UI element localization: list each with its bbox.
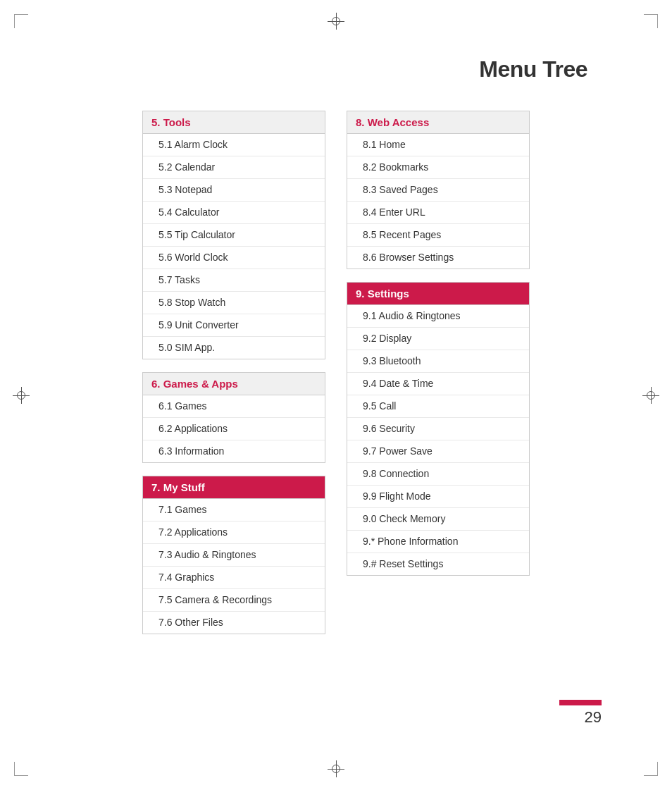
- menu-section-section-5: 5. Tools5.1 Alarm Clock5.2 Calendar5.3 N…: [142, 111, 325, 359]
- section-header-section-9: 9. Settings: [347, 283, 529, 305]
- menu-section-section-9: 9. Settings9.1 Audio & Ringtones9.2 Disp…: [347, 282, 530, 576]
- menu-item-section-5-7: 5.8 Stop Watch: [143, 292, 325, 314]
- menu-item-section-5-9: 5.0 SIM App.: [143, 337, 325, 359]
- section-header-section-7: 7. My Stuff: [143, 476, 325, 499]
- menu-item-section-9-0: 9.1 Audio & Ringtones: [347, 305, 529, 328]
- menu-item-section-9-11: 9.# Reset Settings: [347, 553, 529, 575]
- crosshair-top: [328, 13, 344, 30]
- crosshair-right: [642, 387, 659, 404]
- menu-item-section-8-1: 8.2 Bookmarks: [347, 156, 529, 179]
- menu-section-section-7: 7. My Stuff7.1 Games7.2 Applications7.3 …: [142, 476, 325, 634]
- menu-item-section-6-0: 6.1 Games: [143, 395, 325, 418]
- menu-item-section-5-4: 5.5 Tip Calculator: [143, 224, 325, 247]
- crosshair-left: [13, 387, 30, 404]
- content-area: 5. Tools5.1 Alarm Clock5.2 Calendar5.3 N…: [0, 111, 672, 647]
- menu-item-section-9-8: 9.9 Flight Mode: [347, 486, 529, 508]
- menu-item-section-9-4: 9.5 Call: [347, 395, 529, 418]
- menu-item-section-8-2: 8.3 Saved Pages: [347, 179, 529, 202]
- menu-item-section-8-3: 8.4 Enter URL: [347, 202, 529, 224]
- corner-mark-tr: [644, 14, 658, 28]
- section-header-section-6: 6. Games & Apps: [143, 373, 325, 395]
- right-column: 8. Web Access8.1 Home8.2 Bookmarks8.3 Sa…: [347, 111, 530, 647]
- corner-mark-br: [644, 762, 658, 776]
- menu-item-section-9-1: 9.2 Display: [347, 328, 529, 350]
- menu-item-section-7-4: 7.5 Camera & Recordings: [143, 589, 325, 612]
- section-header-section-8: 8. Web Access: [347, 111, 529, 134]
- menu-item-section-6-1: 6.2 Applications: [143, 418, 325, 440]
- page-number-area: 29: [559, 700, 602, 727]
- menu-item-section-9-3: 9.4 Date & Time: [347, 373, 529, 395]
- menu-section-section-6: 6. Games & Apps6.1 Games6.2 Applications…: [142, 372, 325, 463]
- menu-item-section-7-3: 7.4 Graphics: [143, 567, 325, 589]
- menu-item-section-9-7: 9.8 Connection: [347, 463, 529, 486]
- left-column: 5. Tools5.1 Alarm Clock5.2 Calendar5.3 N…: [142, 111, 325, 647]
- menu-item-section-5-6: 5.7 Tasks: [143, 269, 325, 292]
- menu-item-section-5-0: 5.1 Alarm Clock: [143, 134, 325, 156]
- menu-item-section-5-5: 5.6 World Clock: [143, 247, 325, 269]
- menu-item-section-8-5: 8.6 Browser Settings: [347, 247, 529, 269]
- menu-item-section-8-4: 8.5 Recent Pages: [347, 224, 529, 247]
- menu-item-section-5-2: 5.3 Notepad: [143, 179, 325, 202]
- menu-item-section-9-9: 9.0 Check Memory: [347, 508, 529, 531]
- section-header-section-5: 5. Tools: [143, 111, 325, 134]
- menu-item-section-9-2: 9.3 Bluetooth: [347, 350, 529, 373]
- crosshair-bottom: [328, 760, 344, 777]
- corner-mark-bl: [14, 762, 28, 776]
- corner-mark-tl: [14, 14, 28, 28]
- page-number: 29: [585, 708, 602, 727]
- menu-item-section-5-8: 5.9 Unit Converter: [143, 314, 325, 337]
- menu-section-section-8: 8. Web Access8.1 Home8.2 Bookmarks8.3 Sa…: [347, 111, 530, 269]
- menu-item-section-6-2: 6.3 Information: [143, 440, 325, 462]
- menu-item-section-9-5: 9.6 Security: [347, 418, 529, 440]
- menu-item-section-7-1: 7.2 Applications: [143, 521, 325, 544]
- menu-item-section-5-1: 5.2 Calendar: [143, 156, 325, 179]
- menu-item-section-9-6: 9.7 Power Save: [347, 440, 529, 463]
- menu-item-section-5-3: 5.4 Calculator: [143, 202, 325, 224]
- menu-item-section-8-0: 8.1 Home: [347, 134, 529, 156]
- page-accent-bar: [559, 700, 602, 705]
- menu-item-section-7-0: 7.1 Games: [143, 499, 325, 521]
- menu-item-section-7-2: 7.3 Audio & Ringtones: [143, 544, 325, 567]
- menu-item-section-9-10: 9.* Phone Information: [347, 531, 529, 553]
- menu-item-section-7-5: 7.6 Other Files: [143, 612, 325, 634]
